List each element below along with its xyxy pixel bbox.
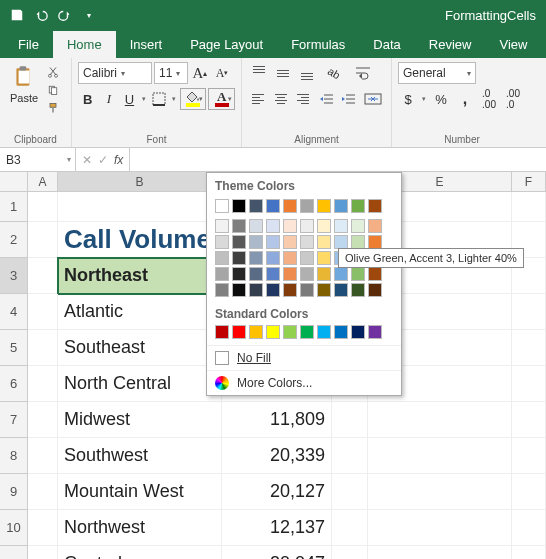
color-swatch[interactable] [368, 199, 382, 213]
tab-view[interactable]: View [485, 31, 541, 58]
border-button[interactable] [150, 88, 178, 110]
more-colors-item[interactable]: More Colors... [207, 370, 401, 395]
cell[interactable] [332, 474, 368, 510]
increase-font-icon[interactable]: A▴ [190, 62, 210, 84]
color-swatch[interactable] [300, 199, 314, 213]
cell[interactable]: North Central [58, 366, 222, 402]
color-swatch[interactable] [334, 199, 348, 213]
align-bottom-icon[interactable] [296, 62, 318, 84]
color-swatch[interactable] [351, 219, 365, 233]
color-swatch[interactable] [334, 283, 348, 297]
row-header[interactable]: 7 [0, 402, 28, 438]
cell[interactable] [368, 474, 512, 510]
row-header[interactable]: 2 [0, 222, 28, 258]
col-header-f[interactable]: F [512, 172, 546, 192]
cell[interactable]: Northwest [58, 510, 222, 546]
cut-icon[interactable] [44, 64, 62, 80]
customize-qat-icon[interactable]: ▾ [78, 4, 100, 26]
row-header[interactable]: 1 [0, 192, 28, 222]
row-header[interactable]: 3 [0, 258, 28, 294]
underline-button[interactable]: U [121, 88, 149, 110]
no-fill-item[interactable]: No Fill [207, 345, 401, 370]
color-swatch[interactable] [300, 235, 314, 249]
cell[interactable] [332, 546, 368, 559]
cell[interactable] [28, 510, 58, 546]
cell-selected[interactable]: Northeast [58, 258, 222, 294]
cell[interactable] [512, 330, 546, 366]
cell[interactable] [512, 438, 546, 474]
cell[interactable] [28, 366, 58, 402]
cell[interactable] [512, 510, 546, 546]
cell[interactable] [512, 546, 546, 559]
color-swatch[interactable] [249, 235, 263, 249]
color-swatch[interactable] [283, 219, 297, 233]
row-header[interactable]: 10 [0, 510, 28, 546]
color-swatch[interactable] [249, 199, 263, 213]
color-swatch[interactable] [317, 199, 331, 213]
color-swatch[interactable] [300, 283, 314, 297]
wrap-text-icon[interactable] [350, 62, 376, 84]
color-swatch[interactable] [283, 325, 297, 339]
color-swatch[interactable] [249, 219, 263, 233]
cell[interactable] [28, 294, 58, 330]
tab-data[interactable]: Data [359, 31, 414, 58]
cell[interactable]: Atlantic [58, 294, 222, 330]
color-swatch[interactable] [249, 251, 263, 265]
tab-page-layout[interactable]: Page Layout [176, 31, 277, 58]
cell-title[interactable]: Call Volume [58, 222, 222, 258]
decrease-indent-icon[interactable] [316, 88, 337, 110]
accounting-format-icon[interactable]: $ [398, 88, 428, 110]
cell[interactable] [28, 438, 58, 474]
color-swatch[interactable] [215, 235, 229, 249]
color-swatch[interactable] [249, 325, 263, 339]
color-swatch[interactable] [249, 283, 263, 297]
cell[interactable] [28, 222, 58, 258]
row-header[interactable]: 11 [0, 546, 28, 559]
color-swatch[interactable] [232, 325, 246, 339]
tab-review[interactable]: Review [415, 31, 486, 58]
cell[interactable] [512, 366, 546, 402]
color-swatch[interactable] [317, 283, 331, 297]
color-swatch[interactable] [334, 219, 348, 233]
align-center-icon[interactable] [271, 88, 292, 110]
color-swatch[interactable] [232, 283, 246, 297]
color-swatch[interactable] [283, 267, 297, 281]
select-all-corner[interactable] [0, 172, 28, 192]
row-header[interactable]: 4 [0, 294, 28, 330]
fx-icon[interactable]: fx [114, 153, 123, 167]
redo-icon[interactable] [54, 4, 76, 26]
color-swatch[interactable] [351, 199, 365, 213]
cell[interactable]: 11,809 [222, 402, 332, 438]
cell[interactable]: 20,339 [222, 438, 332, 474]
color-swatch[interactable] [232, 267, 246, 281]
align-right-icon[interactable] [293, 88, 314, 110]
color-swatch[interactable] [266, 199, 280, 213]
tab-file[interactable]: File [4, 31, 53, 58]
color-swatch[interactable] [368, 219, 382, 233]
name-box[interactable]: B3 [0, 148, 76, 171]
comma-format-icon[interactable]: , [454, 88, 476, 110]
color-swatch[interactable] [334, 235, 348, 249]
percent-format-icon[interactable]: % [430, 88, 452, 110]
cell[interactable] [368, 510, 512, 546]
color-swatch[interactable] [317, 251, 331, 265]
color-swatch[interactable] [300, 219, 314, 233]
cell[interactable] [512, 294, 546, 330]
color-swatch[interactable] [351, 235, 365, 249]
enter-icon[interactable]: ✓ [98, 153, 108, 167]
cell[interactable]: Midwest [58, 402, 222, 438]
color-swatch[interactable] [300, 267, 314, 281]
color-swatch[interactable] [249, 267, 263, 281]
font-name-combo[interactable]: Calibri▾ [78, 62, 152, 84]
font-size-combo[interactable]: 11▾ [154, 62, 188, 84]
color-swatch[interactable] [266, 251, 280, 265]
align-top-icon[interactable] [248, 62, 270, 84]
color-swatch[interactable] [266, 235, 280, 249]
cell[interactable] [28, 546, 58, 559]
paste-button[interactable]: Paste [6, 62, 42, 116]
font-color-button[interactable]: A [208, 88, 235, 110]
tab-home[interactable]: Home [53, 31, 116, 58]
color-swatch[interactable] [266, 325, 280, 339]
save-icon[interactable] [6, 4, 28, 26]
color-swatch[interactable] [215, 219, 229, 233]
